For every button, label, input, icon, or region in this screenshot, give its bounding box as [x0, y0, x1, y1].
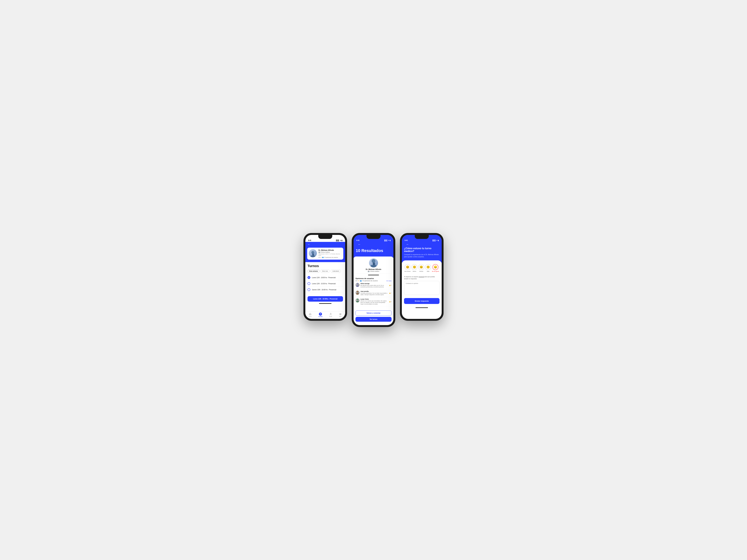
emoji-me-encanto-label: Me encanto — [405, 271, 411, 272]
p2-doctor-avatar — [369, 258, 378, 267]
radio-2[interactable] — [308, 282, 310, 285]
reviewer-avatar-3 — [356, 298, 360, 302]
review-text-3: Alfredo es el doctor que necesitaba. Me … — [360, 300, 388, 305]
doctor-info-1: Dr. Melman Alfredo 🏥 Clínica medica Talc… — [318, 249, 342, 258]
nav-mas-label: Mas — [339, 316, 341, 317]
results-title: 10 Resultados — [356, 247, 391, 255]
status-time-3: 9:41 — [405, 240, 408, 241]
doctor-card-1: Dr. Melman Alfredo 🏥 Clínica medica Talc… — [307, 248, 343, 260]
submit-button[interactable]: Enviar respuesta — [404, 298, 439, 304]
phone-3: 9:41 ▌▌▌ ▾ ▮ ← ¿Cómo estuvo tu turno med… — [400, 233, 443, 321]
emoji-no-me-gusto-label: No me gusto — [432, 271, 439, 272]
ver-turnos-btn[interactable]: Ver turnos — [356, 317, 391, 322]
p3-subtitle: Compartí tu experiencia con el Dr. Melma… — [404, 254, 439, 258]
emoji-mala-circle: 😕 — [425, 264, 431, 270]
review-likes-1: 👍 5 — [389, 283, 391, 288]
radio-3[interactable] — [308, 288, 310, 291]
emoji-neutral[interactable]: 😐 Neutral — [418, 264, 424, 272]
pull-bar — [368, 275, 379, 275]
emoji-no-me-gusto[interactable]: 😞 No me gusto — [432, 264, 439, 272]
p2-doctor-specialty: 🏥 Clínica medica — [368, 270, 379, 272]
opinions-section: Opiniones de usuarios 4.5 ★ 👥 75 opinion… — [356, 276, 391, 309]
back-button-3[interactable]: ← — [404, 242, 439, 247]
thumb-icon-3: 👍 — [389, 301, 391, 302]
review-item-2: Juan peralta Increíble profesional. Con … — [356, 291, 391, 297]
svg-point-0 — [311, 251, 314, 254]
svg-rect-3 — [312, 254, 312, 256]
notch-2 — [366, 235, 381, 239]
notch-3 — [415, 235, 429, 239]
p3-body: 😊 Me encanto 🙂 Buena 😐 Neutral 😕 Mala — [402, 260, 442, 306]
battery-icon-3: ▮ — [438, 240, 439, 241]
turno-label-1: Lunes 12/6 - 18:00 hs - Presencial — [312, 277, 336, 278]
nav-mas[interactable]: Mas — [339, 313, 342, 317]
svg-point-4 — [312, 254, 312, 254]
star-icon-2: ★ — [358, 280, 359, 282]
p2-card: Dr. Melman Alfredo 🏥 Clínica medica Opin… — [354, 257, 393, 324]
review-text-1: Me atiendo hace varios años con él. Es u… — [360, 285, 388, 288]
battery-icon-1: ▮ — [341, 240, 342, 241]
rating-row-2: 4.5 ★ 👥 75 opiniones de usuarios Ver tod… — [356, 280, 391, 282]
back-button-2[interactable]: ← — [356, 242, 391, 247]
optional-span: opcional — [419, 276, 424, 277]
p1-header: ← Dr. Melman Alfredo — [305, 242, 345, 262]
nav-cartilla-label: Cartilla — [318, 316, 323, 317]
emoji-mala[interactable]: 😕 Mala — [425, 264, 431, 272]
reviewer-avatar-2 — [356, 291, 360, 295]
emoji-buena-circle: 🙂 — [411, 264, 417, 270]
emoji-me-encanto[interactable]: 😊 Me encanto — [405, 264, 411, 272]
filter-tab-calendario[interactable]: Calendario — [331, 270, 341, 273]
svg-rect-10 — [339, 314, 341, 314]
action-buttons-2: Valorar y comentar Ver turnos — [356, 309, 391, 323]
radio-1[interactable] — [308, 276, 310, 279]
doctor-avatar-1 — [309, 249, 317, 257]
nav-inicio[interactable]: Inicio — [309, 313, 312, 317]
nav-cartilla[interactable]: Cartilla — [318, 313, 323, 317]
emoji-buena-label: Buena — [413, 271, 416, 272]
svg-rect-16 — [372, 263, 373, 265]
svg-point-19 — [357, 291, 358, 293]
turno-item-2[interactable]: Lunes 12/6 - 15:30 hs - Presencial — [308, 281, 343, 287]
status-icons-1: ▌▌▌ ▾ ▮ — [336, 240, 342, 241]
home-icon — [309, 313, 312, 316]
svg-point-21 — [357, 298, 358, 300]
p2-specialty-icon: 🏥 — [368, 270, 369, 272]
back-button-1[interactable]: ← — [305, 242, 345, 247]
confirm-button-1[interactable]: Lunes 12/6 - 18:00hs - Presencial — [308, 296, 343, 302]
emoji-no-me-gusto-circle: 😞 — [433, 264, 438, 270]
turnos-section: Turnos Esta semana Este mes Calendario L… — [305, 262, 345, 295]
wifi-icon-1: ▾ — [340, 240, 341, 241]
svg-rect-12 — [339, 315, 341, 315]
profile-icon — [329, 313, 332, 316]
person-icon-2: 👥 — [360, 280, 362, 282]
reviewer-avatar-1 — [356, 283, 360, 287]
turno-item-1[interactable]: Lunes 12/6 - 18:00 hs - Presencial — [308, 274, 343, 281]
status-icons-3: ▌▌▌ ▾ ▮ — [433, 240, 439, 241]
review-content-2: Juan peralta Increíble profesional. Con … — [360, 291, 388, 296]
wifi-icon-3: ▾ — [437, 240, 437, 241]
review-item-1: Silvia Garriga Me atiendo hace varios añ… — [356, 283, 391, 289]
svg-rect-8 — [320, 313, 320, 314]
battery-icon-2: ▮ — [390, 240, 391, 241]
signal-icon-1: ▌▌▌ — [336, 240, 339, 241]
ver-todas-link[interactable]: Ver todas — [386, 280, 391, 282]
turno-item-3[interactable]: Jueves 15/6 - 18:00 hs - Presencial — [308, 287, 343, 293]
nav-perfil[interactable]: Perfil — [329, 313, 332, 317]
valorar-btn[interactable]: Valorar y comentar — [356, 311, 391, 316]
emoji-buena[interactable]: 🙂 Buena — [411, 264, 417, 272]
review-content-1: Silvia Garriga Me atiendo hace varios añ… — [360, 283, 388, 288]
p3-header: ← ¿Cómo estuvo tu turno medico? Compartí… — [402, 242, 442, 263]
svg-point-18 — [356, 286, 359, 287]
svg-rect-11 — [339, 314, 341, 314]
cartilla-icon — [319, 313, 322, 316]
emoji-row: 😊 Me encanto 🙂 Buena 😐 Neutral 😕 Mala — [404, 263, 439, 273]
filter-tab-esta-semana[interactable]: Esta semana — [308, 270, 319, 273]
filter-tab-este-mes[interactable]: Este mes — [320, 270, 330, 273]
review-text-2: Increíble profesional. Con un trato muy … — [360, 292, 388, 296]
svg-point-22 — [356, 301, 359, 302]
wifi-icon-2: ▾ — [388, 240, 389, 241]
p2-header: ← 10 Resultados — [354, 242, 393, 258]
opinion-textarea[interactable] — [404, 281, 439, 295]
status-time-1: 9:41 — [308, 240, 311, 241]
doctor-specialty-1: 🏥 Clínica medica — [318, 251, 342, 253]
